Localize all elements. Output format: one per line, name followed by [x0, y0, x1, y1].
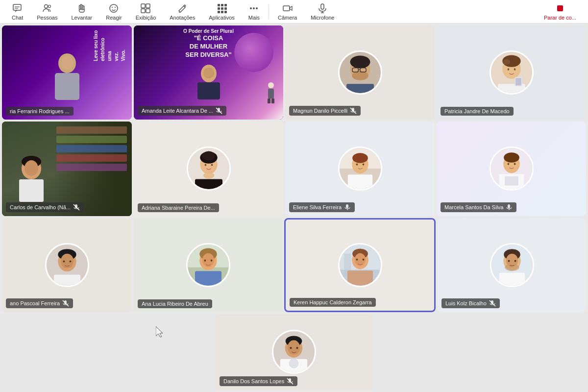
- svg-point-78: [203, 172, 214, 179]
- toolbar-anotacoes[interactable]: Anotações: [163, 1, 202, 23]
- name-label-ria: ria Ferrarini Rodrigues ...: [6, 107, 74, 116]
- svg-point-49: [352, 71, 368, 80]
- svg-point-113: [210, 259, 212, 261]
- tile-ria-ferrarini: Leve seu lixoeletrônicoumavez.Vivo. ria …: [2, 25, 132, 120]
- name-label-juliano: ano Pascoal Ferreira: [6, 298, 73, 308]
- layout-icon: [140, 3, 151, 14]
- svg-point-82: [352, 153, 368, 164]
- svg-rect-100: [53, 274, 80, 287]
- avatar-keren: [286, 220, 434, 311]
- name-label-eliene: Eliene Silva Ferreira: [289, 202, 355, 212]
- svg-point-139: [290, 347, 292, 349]
- toolbar-mais-label: Mais: [248, 15, 260, 21]
- name-text-ana-lucia: Ana Lucia Ribeiro De Abreu: [142, 301, 208, 307]
- grid-row-3: ano Pascoal Ferreira: [2, 218, 586, 312]
- avatar-circle-luis: [490, 243, 534, 287]
- svg-point-39: [203, 68, 214, 78]
- toolbar-aplicativos-label: Aplicativos: [209, 15, 235, 21]
- toolbar-exibicao[interactable]: Exibição: [129, 1, 163, 23]
- avatar-circle-marcela: [490, 147, 534, 191]
- camera-icon: [282, 3, 293, 14]
- svg-rect-20: [218, 7, 220, 10]
- toolbar: Chat Pessoas Levantar: [0, 0, 588, 24]
- toolbar-parar[interactable]: Parar de co...: [537, 1, 583, 23]
- svg-point-112: [204, 259, 206, 261]
- dots-icon: [248, 3, 259, 14]
- svg-point-129: [508, 260, 510, 262]
- name-label-adriana: Adriana Sbaraine Pereira De...: [138, 203, 219, 212]
- tile-keren: Keren Happuc Calderon Zegarra: [284, 218, 436, 312]
- svg-rect-110: [195, 271, 221, 287]
- toolbar-reagir[interactable]: Reagir: [99, 1, 128, 23]
- tile-magnun: Magnun Danilo Piccelli: [285, 25, 435, 120]
- avatar-circle-adriana: [187, 147, 231, 191]
- svg-point-36: [61, 56, 73, 70]
- svg-rect-45: [271, 98, 274, 103]
- svg-point-74: [202, 151, 215, 161]
- tile-ana-lucia: Ana Lucia Ribeiro De Abreu: [134, 218, 282, 312]
- mic-active-eliene: [344, 204, 351, 211]
- toolbar-exibicao-label: Exibição: [136, 15, 156, 21]
- mic-muted-amanda: [216, 107, 222, 114]
- mic-icon-toolbar: [317, 3, 328, 14]
- mic-muted-danilo: [287, 378, 294, 385]
- avatar-circle-ana-lucia: [186, 243, 230, 287]
- svg-point-9: [110, 4, 118, 12]
- svg-point-103: [69, 260, 71, 262]
- svg-point-90: [504, 153, 519, 163]
- avatar-circle-eliene: [338, 147, 382, 191]
- svg-rect-83: [347, 175, 372, 191]
- name-text-juliano: ano Pascoal Ferreira: [10, 300, 60, 306]
- svg-rect-24: [221, 11, 223, 13]
- chat-icon: [12, 3, 23, 14]
- name-text-danilo: Danilo Dos Santos Lopes: [223, 378, 284, 384]
- toolbar-chat[interactable]: Chat: [5, 1, 30, 23]
- toolbar-levantar[interactable]: Levantar: [64, 1, 99, 23]
- name-text-patricia: Patricia Jandre De Macedo: [444, 108, 510, 114]
- svg-rect-119: [347, 270, 372, 287]
- svg-point-10: [112, 7, 113, 8]
- svg-point-111: [202, 253, 214, 267]
- name-label-patricia: Patricia Jandre De Macedo: [441, 107, 514, 116]
- toolbar-mais[interactable]: Mais: [242, 1, 267, 23]
- toolbar-camera[interactable]: Câmera: [271, 1, 304, 23]
- tile-marcela: Marcela Santos Da Silva: [437, 122, 586, 216]
- toolbar-reagir-label: Reagir: [106, 15, 122, 21]
- tile-amanda: O Poder de Ser Plural "É COISADE MULHERS…: [134, 25, 283, 120]
- svg-rect-12: [141, 4, 145, 8]
- svg-point-3: [45, 4, 48, 8]
- svg-rect-18: [221, 4, 223, 6]
- svg-rect-14: [141, 9, 145, 13]
- svg-rect-44: [268, 98, 270, 103]
- toolbar-camera-label: Câmera: [278, 15, 297, 21]
- name-text-luis: Luis Kolz Bicalho: [445, 300, 487, 306]
- avatar-eliene: [285, 122, 435, 216]
- tile-patricia: Patricia Jandre De Macedo: [437, 25, 586, 120]
- svg-point-48: [350, 56, 370, 69]
- svg-rect-0: [13, 4, 21, 10]
- svg-point-26: [250, 7, 252, 9]
- avatar-patricia: [437, 25, 586, 120]
- toolbar-microfone[interactable]: Microfone: [304, 1, 341, 23]
- hand-icon: [76, 3, 87, 14]
- svg-rect-15: [146, 9, 150, 13]
- toolbar-levantar-label: Levantar: [71, 15, 92, 21]
- svg-point-102: [63, 260, 65, 262]
- toolbar-pessoas[interactable]: Pessoas: [30, 1, 64, 23]
- svg-point-128: [506, 253, 517, 267]
- toolbar-aplicativos[interactable]: Aplicativos: [202, 1, 242, 23]
- tile-danilo: Danilo Dos Santos Lopes: [216, 314, 372, 390]
- tile-luis: Luis Kolz Bicalho: [438, 218, 586, 312]
- svg-rect-22: [224, 7, 227, 10]
- mic-active-marcela: [506, 204, 513, 211]
- grid-row-4: Danilo Dos Santos Lopes: [2, 314, 586, 390]
- avatar-circle-danilo: [272, 330, 316, 374]
- svg-point-137: [289, 359, 299, 368]
- avatar-marcela: [437, 122, 586, 216]
- svg-rect-86: [346, 204, 348, 208]
- name-label-marcela: Marcela Santos Da Silva: [441, 202, 516, 212]
- svg-rect-17: [218, 4, 220, 6]
- mic-muted-magnun: [350, 107, 357, 114]
- toolbar-microfone-label: Microfone: [311, 15, 334, 21]
- name-label-amanda: Amanda Leite Alcantara De ...: [138, 106, 226, 116]
